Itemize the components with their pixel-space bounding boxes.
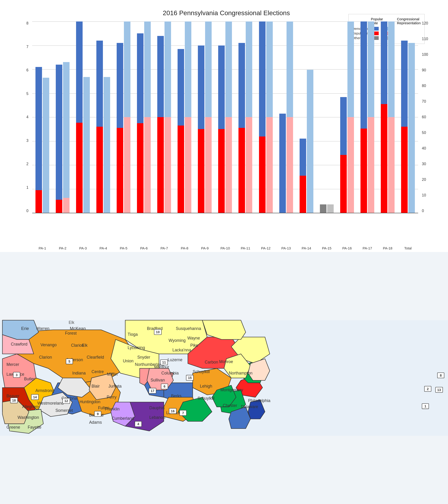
district-9-badge: 9 — [97, 412, 99, 416]
district-group-PA-16 — [337, 21, 357, 213]
x-label-PA-10: PA-10 — [215, 246, 235, 250]
rep-bar-PA-7 — [164, 21, 171, 213]
pa-districts-map: Erie Crawford Mercer Lawrence Beaver War… — [0, 252, 448, 504]
rep-bar-PA-9 — [205, 21, 212, 213]
district-17-badge: 17 — [150, 389, 154, 393]
rep-bar-PA-17 — [368, 21, 374, 213]
district-group-PA-6 — [134, 21, 154, 213]
y-tick-right-60: 60 — [422, 115, 426, 119]
elk-label: Elk — [69, 320, 74, 325]
mckean-label: McKean — [70, 326, 86, 331]
vote-bar-PA-9 — [198, 21, 204, 213]
warren-label: Warren — [36, 326, 50, 331]
mifflin-label: Mifflin — [107, 372, 117, 377]
washington-label: Washington — [18, 415, 39, 420]
district-group-PA-4 — [93, 21, 113, 213]
x-label-PA-8: PA-8 — [174, 246, 195, 250]
y-tick-3: 3 — [26, 139, 28, 143]
district-group-Total — [398, 21, 418, 213]
luzerne-label: Luzerne — [167, 358, 182, 362]
x-label-PA-5: PA-5 — [113, 246, 134, 250]
chart-section: 2016 Pennsylvania Congressional Election… — [0, 0, 448, 252]
greene-label: Greene — [6, 425, 20, 430]
snyder-label: Snyder — [137, 355, 150, 360]
rep-bar-PA-15 — [327, 21, 334, 213]
x-label-PA-15: PA-15 — [317, 246, 337, 250]
district-group-PA-5 — [113, 21, 134, 213]
district-11-badge: 11 — [162, 360, 166, 364]
vote-bar-PA-13 — [279, 21, 286, 213]
y-tick-right-80: 80 — [422, 84, 426, 88]
vote-bar-PA-15 — [320, 21, 326, 213]
district-group-PA-1 — [32, 21, 53, 213]
district-group-PA-8 — [174, 21, 195, 213]
x-label-PA-3: PA-3 — [73, 246, 93, 250]
district-group-PA-2 — [53, 21, 73, 213]
butler-label: Butler — [24, 377, 35, 381]
y-tick-right-110: 110 — [422, 37, 428, 41]
juniata-label: Juniata — [108, 384, 122, 389]
crawford-label: Crawford — [11, 342, 27, 346]
franklin-label: Franklin — [105, 407, 120, 411]
indiana-label: Indiana — [72, 371, 86, 376]
vote-bar-PA-12 — [259, 21, 266, 213]
map-section: Erie Crawford Mercer Lawrence Beaver War… — [0, 252, 448, 504]
x-label-PA-2: PA-2 — [53, 246, 73, 250]
district-8-badge: 8 — [440, 374, 442, 377]
district-2-badge: 2 — [427, 387, 429, 391]
y-tick-2: 2 — [26, 162, 28, 166]
vote-bar-PA-18 — [381, 21, 387, 213]
clearfield-label: Clearfield — [87, 355, 104, 360]
vote-bar-PA-16 — [340, 21, 347, 213]
sullivan-label: Sullivan — [150, 378, 165, 382]
somerset-label: Somerset — [55, 408, 73, 413]
district-group-PA-9 — [195, 21, 215, 213]
y-tick-right-90: 90 — [422, 68, 426, 72]
pike-label: Pike — [190, 343, 198, 348]
clarion-label: Clarion — [39, 355, 52, 360]
y-tick-6: 6 — [26, 68, 28, 72]
y-tick-5: 5 — [26, 92, 28, 96]
chart-area: Percentage of vote or representation 8 7… — [19, 21, 434, 236]
vote-bar-PA-17 — [360, 21, 367, 213]
vote-bar-PA-8 — [178, 21, 184, 213]
x-label-PA-14: PA-14 — [296, 246, 317, 250]
district-3-badge: 3 — [16, 373, 18, 377]
cumberland-label: Cumberland — [112, 416, 134, 421]
district-5-badge: 5 — [68, 360, 70, 363]
mercer-label: Mercer — [6, 362, 19, 367]
x-label-PA-17: PA-17 — [357, 246, 377, 250]
x-label-PA-4: PA-4 — [93, 246, 113, 250]
x-labels: PA-1PA-2PA-3PA-4PA-5PA-6PA-7PA-8PA-9PA-1… — [32, 239, 418, 243]
chart-inner: PA-1PA-2PA-3PA-4PA-5PA-6PA-7PA-8PA-9PA-1… — [32, 21, 418, 236]
y-axis-right: 120 110 100 90 80 70 60 50 40 30 20 10 0 — [420, 21, 434, 236]
rep-bar-PA-4 — [104, 21, 110, 213]
rep-bar-Total — [408, 21, 415, 213]
beaver-label: Beaver — [6, 394, 19, 398]
district-group-PA-18 — [377, 21, 398, 213]
elk2-label: Elk — [82, 343, 88, 348]
district-10-badge: 10 — [156, 330, 160, 334]
y-tick-1: 1 — [26, 186, 28, 189]
vote-bar-PA-10 — [218, 21, 225, 213]
y-tick-4: 4 — [26, 115, 28, 119]
schuylkill-label: Schuylkill — [197, 396, 215, 401]
y-tick-right-100: 100 — [422, 53, 428, 56]
erie-label: Erie — [21, 326, 29, 331]
district-group-PA-12 — [256, 21, 276, 213]
rep-bar-PA-5 — [124, 21, 130, 213]
vote-bar-PA-11 — [238, 21, 245, 213]
y-tick-8: 8 — [26, 21, 28, 25]
y-tick-right-50: 50 — [422, 131, 426, 135]
rep-bar-PA-18 — [388, 21, 394, 213]
x-label-PA-7: PA-7 — [154, 246, 174, 250]
susquehanna-label: Susquehanna — [176, 326, 201, 331]
chester-label: Chester — [223, 403, 237, 408]
y-tick-0: 0 — [26, 209, 28, 213]
x-label-PA-12: PA-12 — [256, 246, 276, 250]
y-tick-right-40: 40 — [422, 146, 426, 150]
rep-bar-PA-10 — [225, 21, 232, 213]
rep-bar-PA-1 — [43, 21, 49, 213]
armstrong-label: Armstrong — [36, 388, 54, 393]
grid-line-0 — [32, 213, 418, 213]
